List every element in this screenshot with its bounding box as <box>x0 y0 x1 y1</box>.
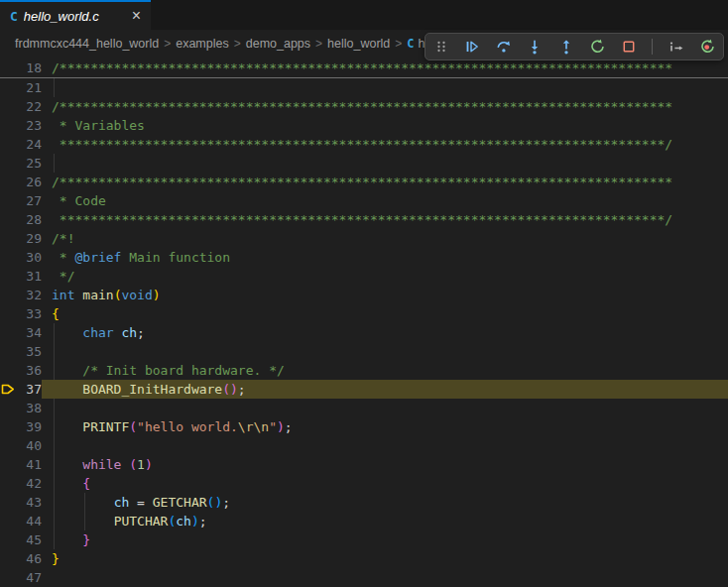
glyph-margin[interactable] <box>0 59 18 77</box>
code-line[interactable]: 28 *************************************… <box>0 210 728 229</box>
line-number: 41 <box>18 455 42 474</box>
code-line[interactable]: 31 */ <box>0 267 728 286</box>
chevron-right-icon: > <box>315 37 322 51</box>
code-text <box>42 399 728 417</box>
glyph-margin[interactable] <box>0 361 18 380</box>
code-line[interactable]: 26/*************************************… <box>0 173 728 191</box>
glyph-margin[interactable] <box>0 304 18 323</box>
glyph-margin[interactable] <box>0 78 18 97</box>
code-text: * Code <box>42 191 728 210</box>
code-line[interactable]: 23 * Variables <box>0 116 728 135</box>
glyph-margin[interactable] <box>0 342 18 361</box>
step-over-button[interactable] <box>496 39 512 55</box>
code-line[interactable]: 38 <box>0 399 728 417</box>
line-number: 44 <box>18 512 42 530</box>
breadcrumb-demo-apps[interactable]: demo_apps <box>246 37 310 51</box>
reset-device-icon <box>699 39 715 55</box>
chevron-right-icon: > <box>164 37 171 51</box>
toolbar-drag-handle[interactable] <box>433 39 449 55</box>
glyph-margin[interactable] <box>0 493 18 512</box>
line-number: 36 <box>18 361 42 380</box>
restart-button[interactable] <box>589 39 605 55</box>
code-text: ****************************************… <box>42 135 728 154</box>
glyph-margin[interactable] <box>0 191 18 210</box>
code-line[interactable]: 36 /* Init board hardware. */ <box>0 361 728 380</box>
step-into-button[interactable] <box>527 39 543 55</box>
code-line[interactable]: 41 while (1) <box>0 455 728 474</box>
step-instruction-button[interactable] <box>668 39 684 55</box>
code-line[interactable]: 40 <box>0 436 728 455</box>
sticky-scroll[interactable]: 18/*************************************… <box>0 58 728 78</box>
gripper-icon <box>433 39 449 55</box>
code-line[interactable]: 25 <box>0 154 728 173</box>
line-number: 47 <box>18 568 42 587</box>
glyph-margin[interactable] <box>0 248 18 267</box>
indent-guide <box>54 512 55 530</box>
glyph-margin[interactable] <box>0 229 18 248</box>
glyph-margin[interactable] <box>0 286 18 304</box>
code-text: { <box>42 474 728 493</box>
glyph-margin[interactable] <box>0 210 18 229</box>
code-text: int main(void) <box>42 286 728 304</box>
glyph-margin[interactable] <box>0 436 18 455</box>
glyph-margin[interactable] <box>0 173 18 191</box>
glyph-margin[interactable] <box>0 549 18 568</box>
step-out-button[interactable] <box>558 39 574 55</box>
close-icon[interactable]: × <box>130 8 143 24</box>
glyph-margin[interactable] <box>0 323 18 342</box>
code-text: { <box>42 304 728 323</box>
code-line[interactable]: 37 BOARD_InitHardware(); <box>0 380 728 399</box>
code-line[interactable]: 44 PUTCHAR(ch); <box>0 512 728 530</box>
glyph-margin[interactable] <box>0 97 18 116</box>
code-line[interactable]: 33{ <box>0 304 728 323</box>
glyph-margin[interactable] <box>0 267 18 286</box>
code-line[interactable]: 32int main(void) <box>0 286 728 304</box>
code-text: * @brief Main function <box>42 248 728 267</box>
code-line[interactable]: 27 * Code <box>0 191 728 210</box>
code-line[interactable]: 30 * @brief Main function <box>0 248 728 267</box>
breadcrumb-project[interactable]: frdmmcxc444_hello_world <box>15 37 159 51</box>
code-line[interactable]: 46} <box>0 549 728 568</box>
code-text: */ <box>42 267 728 286</box>
line-number: 33 <box>18 304 42 323</box>
line-number: 43 <box>18 493 42 512</box>
code-line[interactable]: 39 PRINTF("hello world.\r\n"); <box>0 417 728 436</box>
code-line[interactable]: 42 { <box>0 474 728 493</box>
c-file-icon: C <box>407 37 414 51</box>
line-number: 29 <box>18 229 42 248</box>
glyph-margin[interactable] <box>0 417 18 436</box>
code-line[interactable]: 45 } <box>0 530 728 549</box>
glyph-margin[interactable] <box>0 530 18 549</box>
breadcrumb-examples[interactable]: examples <box>176 37 229 51</box>
line-number: 25 <box>18 154 42 173</box>
step-instruction-icon <box>668 39 684 55</box>
code-line[interactable]: 18/*************************************… <box>0 59 728 77</box>
code-line[interactable]: 34 char ch; <box>0 323 728 342</box>
tab-hello-world-c[interactable]: C hello_world.c × <box>0 0 151 30</box>
reset-device-button[interactable] <box>699 39 715 55</box>
glyph-margin[interactable] <box>0 474 18 493</box>
step-into-icon <box>527 39 543 55</box>
glyph-margin[interactable] <box>0 512 18 530</box>
breadcrumb-hello-world[interactable]: hello_world <box>327 37 390 51</box>
glyph-margin[interactable] <box>0 116 18 135</box>
code-line[interactable]: 35 <box>0 342 728 361</box>
code-line[interactable]: 29/*! <box>0 229 728 248</box>
glyph-margin[interactable] <box>0 135 18 154</box>
code-line[interactable]: 47 <box>0 568 728 587</box>
code-line[interactable]: 21 <box>0 78 728 97</box>
code-text: /*! <box>42 229 728 248</box>
line-number: 26 <box>18 173 42 191</box>
continue-button[interactable] <box>464 39 480 55</box>
glyph-margin[interactable] <box>0 568 18 587</box>
glyph-margin[interactable] <box>0 455 18 474</box>
code-line[interactable]: 43 ch = GETCHAR(); <box>0 493 728 512</box>
debug-toolbar <box>425 33 724 60</box>
glyph-margin[interactable] <box>0 154 18 173</box>
code-text: /* Init board hardware. */ <box>42 361 728 380</box>
stop-button[interactable] <box>621 39 637 55</box>
code-line[interactable]: 22/*************************************… <box>0 97 728 116</box>
code-editor[interactable]: 18/*************************************… <box>0 58 728 587</box>
glyph-margin[interactable] <box>0 399 18 417</box>
code-line[interactable]: 24 *************************************… <box>0 135 728 154</box>
